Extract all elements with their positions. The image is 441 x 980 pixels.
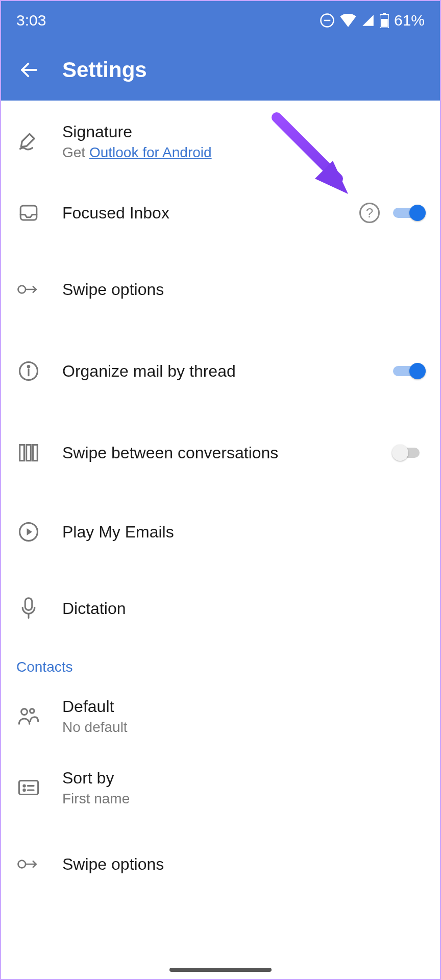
- inbox-icon: [18, 202, 39, 224]
- swipe-options-title: Swipe options: [62, 280, 425, 299]
- svg-marker-16: [27, 528, 33, 535]
- row-organize-thread[interactable]: Organize mail by thread: [1, 330, 440, 412]
- section-contacts: Contacts: [1, 647, 440, 680]
- status-time: 3:03: [16, 12, 46, 29]
- outlook-link[interactable]: Outlook for Android: [89, 144, 212, 160]
- contacts-default-sub: No default: [62, 719, 425, 736]
- people-icon: [17, 706, 40, 726]
- page-title: Settings: [62, 58, 147, 82]
- row-play-emails[interactable]: Play My Emails: [1, 494, 440, 570]
- svg-point-24: [23, 789, 25, 791]
- row-swipe-conversations[interactable]: Swipe between conversations: [1, 412, 440, 494]
- play-emails-title: Play My Emails: [62, 523, 425, 542]
- row-swipe-options[interactable]: Swipe options: [1, 249, 440, 330]
- row-focused-inbox[interactable]: Focused Inbox ?: [1, 177, 440, 249]
- svg-rect-3: [383, 13, 386, 14]
- info-icon: [18, 360, 39, 382]
- battery-icon: [380, 13, 389, 28]
- columns-icon: [18, 443, 39, 462]
- row-signature[interactable]: Signature Get Outlook for Android: [1, 106, 440, 177]
- row-dictation[interactable]: Dictation: [1, 570, 440, 647]
- dictation-title: Dictation: [62, 599, 425, 618]
- signature-subtitle: Get Outlook for Android: [62, 144, 425, 161]
- signature-title: Signature: [62, 122, 425, 141]
- swipe-conv-toggle[interactable]: [393, 444, 425, 462]
- signal-icon: [361, 14, 375, 27]
- app-bar: Settings: [1, 39, 440, 101]
- row-contacts-swipe[interactable]: Swipe options: [1, 823, 440, 905]
- svg-rect-14: [33, 445, 38, 460]
- svg-point-26: [18, 861, 26, 868]
- focused-inbox-title: Focused Inbox: [62, 204, 338, 223]
- row-contacts-default[interactable]: Default No default: [1, 680, 440, 752]
- row-contacts-sort[interactable]: Sort by First name: [1, 752, 440, 823]
- status-bar: 3:03 61%: [1, 1, 440, 39]
- battery-percent: 61%: [394, 12, 425, 29]
- arrow-left-icon: [18, 59, 40, 81]
- status-icons: 61%: [320, 12, 425, 29]
- nav-indicator: [169, 968, 272, 972]
- wifi-icon: [340, 14, 356, 27]
- svg-rect-13: [27, 445, 31, 460]
- swipe-icon: [17, 856, 40, 872]
- svg-point-7: [18, 286, 26, 293]
- swipe-icon: [17, 282, 40, 297]
- swipe-conv-title: Swipe between conversations: [62, 444, 372, 462]
- help-icon[interactable]: ?: [359, 203, 380, 223]
- focused-inbox-toggle[interactable]: [393, 204, 425, 222]
- dnd-icon: [320, 13, 335, 28]
- contacts-sort-title: Sort by: [62, 769, 425, 788]
- svg-rect-4: [381, 19, 388, 27]
- card-icon: [17, 778, 40, 797]
- svg-rect-17: [25, 598, 32, 610]
- svg-point-22: [23, 785, 25, 787]
- contacts-default-title: Default: [62, 697, 425, 716]
- signature-icon: [17, 130, 40, 153]
- contacts-swipe-title: Swipe options: [62, 855, 425, 874]
- organize-thread-title: Organize mail by thread: [62, 362, 372, 381]
- organize-thread-toggle[interactable]: [393, 362, 425, 380]
- svg-rect-12: [20, 445, 24, 460]
- svg-point-20: [30, 709, 34, 713]
- svg-rect-21: [19, 780, 38, 794]
- contacts-sort-sub: First name: [62, 791, 425, 807]
- mic-icon: [19, 597, 38, 620]
- back-button[interactable]: [16, 57, 42, 83]
- svg-point-11: [28, 366, 30, 368]
- play-icon: [18, 521, 39, 543]
- svg-point-19: [21, 709, 28, 715]
